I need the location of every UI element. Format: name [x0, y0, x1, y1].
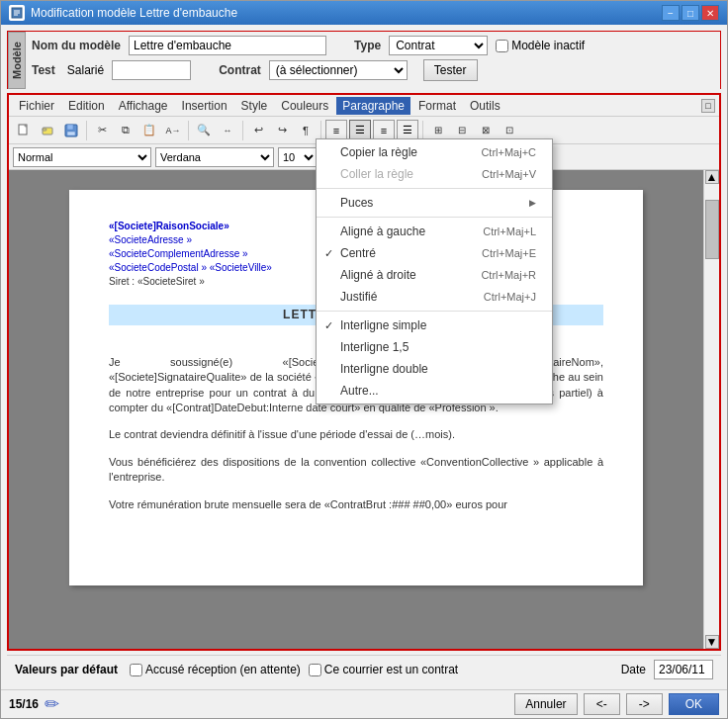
scroll-up-btn[interactable]: ▲: [705, 170, 719, 184]
new-btn[interactable]: [13, 120, 35, 141]
undo-btn[interactable]: ↩: [247, 120, 269, 141]
maximize-editor-icon[interactable]: □: [701, 99, 715, 113]
salarie-input[interactable]: [112, 60, 191, 80]
scroll-thumb[interactable]: [705, 200, 719, 259]
header-row-2: Test Salarié Contrat (à sélectionner) Te…: [32, 59, 714, 81]
title-bar: Modification modèle Lettre d'embauche − …: [1, 1, 727, 25]
dropdown-align-right[interactable]: Aligné à droite Ctrl+Maj+R: [317, 264, 552, 286]
para2-text: Le contrat deviendra définitif à l'issue…: [109, 428, 455, 440]
open-btn[interactable]: [37, 120, 58, 141]
test-label: Test: [32, 63, 55, 77]
menu-insertion[interactable]: Insertion: [176, 97, 233, 115]
window-content: Modèle Nom du modèle Type Contrat Modèle…: [1, 25, 727, 689]
menu-edition[interactable]: Edition: [62, 97, 111, 115]
modele-inactif-label: Modèle inactif: [511, 39, 585, 52]
dropdown-copy-rule[interactable]: Copier la règle Ctrl+Maj+C: [317, 141, 552, 163]
svg-rect-6: [43, 129, 46, 131]
menu-fichier[interactable]: Fichier: [13, 97, 60, 115]
nom-input[interactable]: [129, 36, 326, 55]
modele-inactif-check[interactable]: [496, 40, 508, 52]
accuse-label: Accusé réception (en attente): [145, 663, 301, 676]
type-select[interactable]: Contrat: [389, 36, 488, 55]
toolbar-sep-5: [422, 121, 423, 140]
svg-rect-8: [67, 125, 73, 130]
search-btn[interactable]: 🔍: [193, 120, 215, 141]
dropdown-paste-rule: Coller la règle Ctrl+Maj+V: [317, 163, 552, 185]
contrat-select[interactable]: (à sélectionner): [269, 60, 408, 80]
menu-couleurs[interactable]: Couleurs: [275, 97, 334, 115]
status-left: 15/16 ✏: [9, 693, 59, 715]
date-label: Date: [621, 663, 646, 676]
maximize-button[interactable]: □: [682, 5, 699, 21]
date-input[interactable]: [654, 660, 713, 679]
dropdown-interligne-double[interactable]: Interligne double: [317, 358, 552, 380]
paragraph-4: Votre rémunération brute mensuelle sera …: [109, 497, 603, 512]
valeurs-par-defaut: Valeurs par défaut: [15, 663, 118, 676]
format-copy-btn[interactable]: A→: [162, 120, 184, 141]
paragraph-3: Vous bénéficiérez des dispositions de la…: [109, 455, 603, 486]
main-window: Modification modèle Lettre d'embauche − …: [0, 0, 728, 719]
dropdown-puces[interactable]: Puces: [317, 192, 552, 214]
header-form: Nom du modèle Type Contrat Modèle inacti…: [26, 32, 720, 89]
header-area: Modèle Nom du modèle Type Contrat Modèle…: [7, 31, 721, 89]
window-controls: − □ ✕: [662, 5, 719, 21]
dropdown-autre[interactable]: Autre...: [317, 380, 552, 402]
tester-button[interactable]: Tester: [423, 59, 478, 81]
window-title: Modification modèle Lettre d'embauche: [31, 6, 237, 20]
close-button[interactable]: ✕: [701, 5, 719, 21]
dropdown-interligne-simple[interactable]: Interligne simple: [317, 315, 552, 336]
font-select[interactable]: Verdana: [155, 147, 274, 167]
svg-rect-9: [67, 132, 75, 135]
dropdown-sep-2: [317, 217, 552, 218]
minimize-button[interactable]: −: [662, 5, 680, 21]
menu-format[interactable]: Format: [412, 97, 462, 115]
accuse-check[interactable]: [130, 664, 142, 676]
side-label: Modèle: [8, 32, 26, 89]
size-select[interactable]: 10: [278, 147, 318, 167]
cut-btn[interactable]: ✂: [91, 120, 113, 141]
contrat-label: Contrat: [219, 63, 261, 77]
redo-btn[interactable]: ↪: [271, 120, 293, 141]
next-button[interactable]: ->: [626, 693, 663, 715]
paste-btn[interactable]: 📋: [138, 120, 160, 141]
prev-button[interactable]: <-: [584, 693, 620, 715]
paragraph-2: Le contrat deviendra définitif à l'issue…: [109, 427, 603, 442]
save-btn[interactable]: [60, 120, 82, 141]
courrier-label: Ce courrier est un contrat: [324, 663, 458, 676]
menu-outils[interactable]: Outils: [464, 97, 506, 115]
menu-style[interactable]: Style: [235, 97, 274, 115]
app-icon: [9, 5, 25, 21]
ok-button[interactable]: OK: [669, 693, 719, 715]
courrier-checkbox[interactable]: Ce courrier est un contrat: [309, 663, 458, 676]
copy-btn[interactable]: ⧉: [115, 120, 136, 141]
nom-label: Nom du modèle: [32, 39, 121, 52]
page-info: 15/16: [9, 697, 39, 711]
bottom-bar: Valeurs par défaut Accusé réception (en …: [7, 655, 721, 683]
para3-text: Vous bénéficiérez des dispositions de la…: [109, 456, 603, 483]
vertical-scrollbar[interactable]: ▲ ▼: [703, 170, 719, 649]
pilcrow-btn[interactable]: ¶: [295, 120, 317, 141]
paragraph-dropdown-menu: Copier la règle Ctrl+Maj+C Coller la règ…: [316, 138, 553, 404]
status-bar: 15/16 ✏ Annuler <- -> OK: [1, 689, 727, 718]
annuler-button[interactable]: Annuler: [514, 693, 577, 715]
replace-btn[interactable]: ↔: [217, 120, 238, 141]
para4-text: Votre rémunération brute mensuelle sera …: [109, 498, 507, 510]
dropdown-justify[interactable]: Justifié Ctrl+Maj+J: [317, 286, 552, 308]
accuse-checkbox[interactable]: Accusé réception (en attente): [130, 663, 301, 676]
menu-affichage[interactable]: Affichage: [113, 97, 174, 115]
status-right: Annuler <- -> OK: [514, 693, 719, 715]
dropdown-center[interactable]: Centré Ctrl+Maj+E: [317, 242, 552, 264]
style-select[interactable]: Normal: [13, 147, 151, 167]
dropdown-align-left[interactable]: Aligné à gauche Ctrl+Maj+L: [317, 221, 552, 242]
scroll-down-btn[interactable]: ▼: [705, 635, 719, 649]
salarie-label: Salarié: [67, 63, 104, 77]
menu-paragraphe[interactable]: Paragraphe: [336, 97, 410, 115]
dropdown-sep-3: [317, 311, 552, 312]
toolbar-sep-3: [242, 121, 243, 140]
toolbar-sep-2: [188, 121, 189, 140]
header-row-1: Nom du modèle Type Contrat Modèle inacti…: [32, 36, 714, 55]
dropdown-interligne-1-5[interactable]: Interligne 1,5: [317, 336, 552, 358]
courrier-check[interactable]: [309, 664, 321, 676]
toolbar-sep-1: [86, 121, 87, 140]
modele-inactif-checkbox[interactable]: Modèle inactif: [496, 39, 585, 52]
